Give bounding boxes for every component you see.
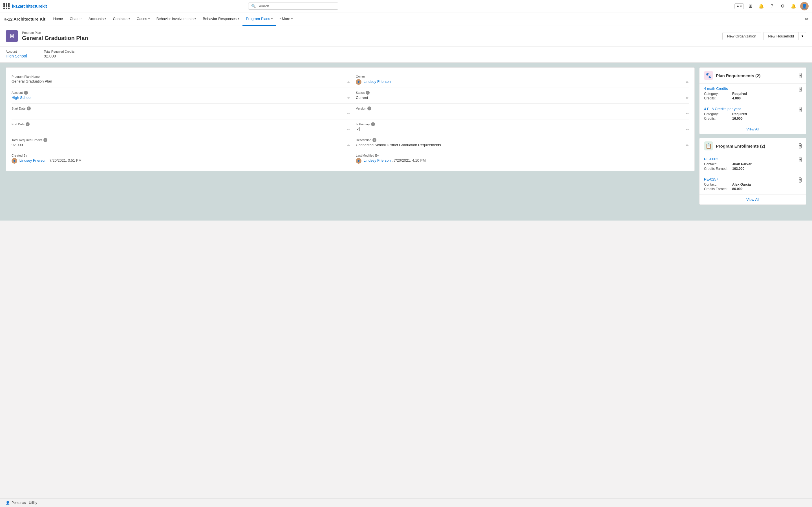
avatar[interactable]: 👤 xyxy=(800,2,809,10)
description-info-icon[interactable]: i xyxy=(372,138,376,142)
new-household-button[interactable]: New Household xyxy=(763,32,799,40)
end-date-info-icon[interactable]: i xyxy=(26,122,30,126)
enrollment-1-dropdown[interactable]: ▾ xyxy=(799,157,802,162)
account-detail-link[interactable]: High School xyxy=(11,96,31,100)
field-version: Version i ✏ xyxy=(350,104,689,119)
help-icon[interactable]: ? xyxy=(768,2,776,10)
account-label: Account xyxy=(6,50,27,53)
program-enrollments-icon: 📋 xyxy=(704,142,713,151)
plan-req-2-dropdown[interactable]: ▾ xyxy=(799,107,802,112)
plan-req-2-credits-label: Credits: xyxy=(704,117,732,121)
owner-link[interactable]: Lindsey Frierson xyxy=(364,79,391,83)
enrollment-2-credits-row: Credits Earned: 86.000 xyxy=(704,187,802,191)
right-panel: 🐾 Plan Requirements (2) ▾ 4 math Credits… xyxy=(699,67,806,205)
nav-behavior-responses[interactable]: Behavior Responses ▾ xyxy=(199,12,243,26)
field-last-modified-by: Last Modified By 👤 Lindsey Frierson , 7/… xyxy=(350,151,689,166)
edit-description-icon[interactable]: ✏ xyxy=(686,144,689,147)
gear-icon[interactable]: ⚙ xyxy=(779,2,786,10)
created-by-avatar: 👤 xyxy=(11,158,17,164)
breadcrumb: Program Plan xyxy=(22,31,88,34)
field-value-created-by: 👤 Lindsey Frierson , 7/20/2021, 3:51 PM xyxy=(11,158,345,164)
nav-bi-chevron: ▾ xyxy=(195,17,196,20)
plan-req-1-category-value: Required xyxy=(732,92,747,96)
edit-is-primary-icon[interactable]: ✏ xyxy=(686,128,689,131)
nav-program-plans[interactable]: Program Plans ▾ xyxy=(243,12,276,26)
account-info-icon[interactable]: i xyxy=(24,91,28,95)
edit-owner-icon[interactable]: ✏ xyxy=(686,80,689,84)
modified-by-link[interactable]: Lindsey Frierson xyxy=(364,158,391,163)
nav-contacts[interactable]: Contacts ▾ xyxy=(109,12,133,26)
plan-req-2-link[interactable]: 4 ELA Credits per year xyxy=(704,107,741,111)
program-enrollments-dropdown[interactable]: ▾ xyxy=(799,144,802,149)
nav-chatter[interactable]: Chatter xyxy=(66,12,85,26)
edit-version-icon[interactable]: ✏ xyxy=(686,112,689,116)
credits-info-icon[interactable]: i xyxy=(43,138,47,142)
search-input[interactable] xyxy=(257,4,335,8)
edit-account-icon[interactable]: ✏ xyxy=(347,96,350,100)
nav-home[interactable]: Home xyxy=(50,12,66,26)
status-info-icon[interactable]: i xyxy=(366,91,370,95)
enrollment-2-link[interactable]: PE-0257 xyxy=(704,177,718,181)
field-label-created-by: Created By xyxy=(11,154,345,157)
edit-start-date-icon[interactable]: ✏ xyxy=(347,112,350,116)
search-bar[interactable]: 🔍 xyxy=(248,3,338,10)
plan-req-1-credits-label: Credits: xyxy=(704,96,732,100)
created-by-link[interactable]: Lindsey Frierson xyxy=(19,158,47,163)
nav-cases[interactable]: Cases ▾ xyxy=(133,12,153,26)
nav-behavior-responses-label: Behavior Responses xyxy=(203,17,237,21)
nav-behavior-involvements[interactable]: Behavior Involvements ▾ xyxy=(153,12,200,26)
field-value-version xyxy=(356,111,689,116)
field-label-end-date: End Date i xyxy=(11,122,345,126)
nav-edit-button[interactable]: ✏ xyxy=(805,16,809,22)
new-household-dropdown[interactable]: ▾ xyxy=(799,32,806,40)
plan-req-1-category-row: Category: Required xyxy=(704,92,802,96)
nav-br-chevron: ▾ xyxy=(238,17,239,20)
plan-req-1-link[interactable]: 4 math Credits xyxy=(704,87,728,91)
edit-total-credits-icon[interactable]: ✏ xyxy=(347,144,350,147)
nav-accounts-chevron: ▾ xyxy=(105,17,106,20)
enrollment-1-credits-row: Credits Earned: 103.000 xyxy=(704,167,802,171)
enrollment-view-all-link[interactable]: View All xyxy=(746,198,759,202)
plan-requirements-card: 🐾 Plan Requirements (2) ▾ 4 math Credits… xyxy=(699,67,806,134)
setup-icon[interactable]: ⊞ xyxy=(747,2,755,10)
app-logo: k-12architecturekit xyxy=(12,4,47,8)
enrollment-2-contact-link[interactable]: Alex Garcia xyxy=(732,182,751,186)
enrollment-1-header: PE-0002 ▾ xyxy=(704,157,802,162)
new-organization-button[interactable]: New Organization xyxy=(722,32,761,40)
nav-behavior-involvements-label: Behavior Involvements xyxy=(156,17,194,21)
version-info-icon[interactable]: i xyxy=(367,107,371,110)
account-link[interactable]: High School xyxy=(6,54,27,58)
nav-more[interactable]: * More ▾ xyxy=(276,12,296,26)
field-label-version: Version i xyxy=(356,107,689,110)
enrollment-1-link[interactable]: PE-0002 xyxy=(704,157,718,161)
edit-status-icon[interactable]: ✏ xyxy=(686,96,689,100)
page-type-icon: 🖥 xyxy=(6,30,18,42)
owner-avatar: 👤 xyxy=(356,79,361,85)
app-grid-icon[interactable] xyxy=(3,3,10,9)
field-is-primary: Is Primary i ✓ ✏ xyxy=(350,119,689,135)
enrollment-item-2: PE-0257 ▾ Contact: Alex Garcia Credits E… xyxy=(700,174,806,194)
is-primary-info-icon[interactable]: i xyxy=(371,122,375,126)
edit-end-date-icon[interactable]: ✏ xyxy=(347,128,350,131)
favorites-button[interactable]: ★ ▾ xyxy=(734,3,744,9)
enrollment-2-dropdown[interactable]: ▾ xyxy=(799,177,802,182)
enrollment-1-contact-link[interactable]: Juan Parker xyxy=(732,162,752,166)
plan-req-2-category-label: Category: xyxy=(704,112,732,116)
star-icon: ★ xyxy=(737,4,740,8)
plan-requirements-dropdown[interactable]: ▾ xyxy=(799,73,802,78)
nav-pp-chevron: ▾ xyxy=(271,17,273,20)
plan-req-view-all-link[interactable]: View All xyxy=(746,127,759,131)
edit-program-plan-name-icon[interactable]: ✏ xyxy=(347,80,350,84)
page-header: 🖥 Program Plan General Graduation Plan N… xyxy=(0,26,812,47)
notifications-icon[interactable]: 🔔 xyxy=(757,2,765,10)
main-content: Program Plan Name General Graduation Pla… xyxy=(0,63,812,209)
plan-req-1-dropdown[interactable]: ▾ xyxy=(799,87,802,92)
program-enrollments-card: 📋 Program Enrollments (2) ▾ PE-0002 ▾ Co… xyxy=(699,138,806,205)
field-value-total-required-credits: 92.000 xyxy=(11,143,345,148)
is-primary-checkbox: ✓ xyxy=(356,127,360,131)
header-actions: New Organization New Household ▾ xyxy=(722,32,806,40)
nav-accounts[interactable]: Accounts ▾ xyxy=(85,12,109,26)
alerts-icon[interactable]: 🔔 xyxy=(790,2,797,10)
start-date-info-icon[interactable]: i xyxy=(27,107,31,110)
program-enrollments-header: 📋 Program Enrollments (2) ▾ xyxy=(700,138,806,154)
